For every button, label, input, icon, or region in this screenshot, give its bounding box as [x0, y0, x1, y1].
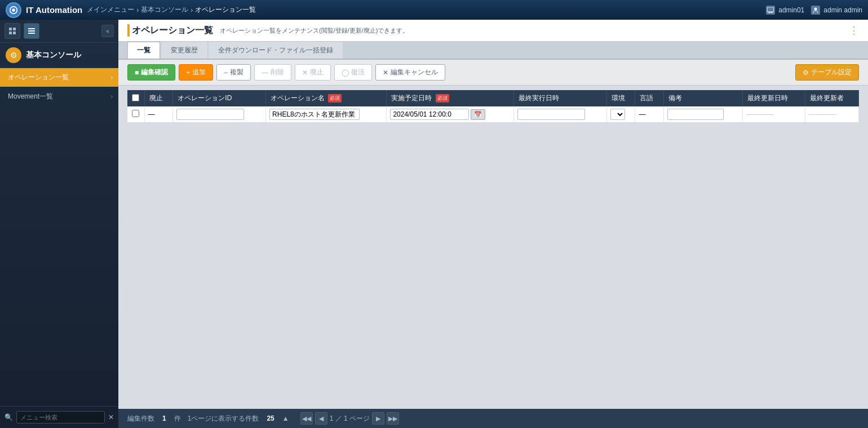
col-last-exec-date: 最終実行日時 [513, 90, 606, 106]
user-display-name: admin admin [823, 6, 862, 14]
select-all-checkbox[interactable] [132, 94, 139, 101]
col-env: 環境 [606, 90, 635, 106]
breadcrumb-menu[interactable]: メインメニュー [87, 5, 134, 15]
sidebar-menu: オペレーション一覧 › Movement一覧 › [0, 68, 118, 406]
table-settings-button[interactable]: ⚙ テーブル設定 [795, 64, 859, 81]
col-note: 備考 [664, 90, 743, 106]
edit-count-value: 1 [162, 414, 166, 422]
page-options-button[interactable]: ⋮ [849, 25, 859, 36]
svg-rect-12 [28, 30, 35, 32]
title-accent-bar [127, 24, 130, 37]
row-operation-name-cell [266, 106, 387, 123]
sidebar: « ⚙ 基本コンソール オペレーション一覧 › Movement一覧 › 🔍 ✕ [0, 20, 118, 428]
grid-view-button[interactable] [5, 23, 20, 39]
user-icon-area[interactable]: admin01 [766, 6, 804, 15]
cancel-button[interactable]: ✕ 編集キャンセル [375, 64, 445, 81]
row-scheduled-date-input[interactable] [390, 109, 469, 120]
gear-icon: ⚙ [6, 47, 21, 63]
row-note-cell [664, 106, 743, 123]
chevron-right-icon: › [111, 74, 113, 81]
toolbar-left: ■ 編集確認 + 追加 ⎓ 複製 — 削除 ✕ 廃止 [127, 64, 445, 81]
app-title: IT Automation [26, 5, 82, 15]
perpage-arrow-up[interactable]: ▲ [282, 414, 289, 422]
row-lang-cell: — [635, 106, 664, 123]
breadcrumb-arrow2: › [191, 6, 193, 14]
row-disable-cell: — [144, 106, 173, 123]
page-title: オペレーション一覧 [132, 25, 213, 37]
calendar-button[interactable]: 📅 [471, 109, 485, 120]
table-row: — 📅 [127, 106, 859, 123]
delete-button[interactable]: — 削除 [254, 64, 291, 81]
required-badge-date: 必須 [436, 94, 449, 102]
lang-dash: — [639, 110, 645, 118]
row-note-input[interactable] [667, 109, 724, 120]
breadcrumb-arrow1: › [136, 6, 139, 14]
sidebar-item-movements[interactable]: Movement一覧 › [0, 87, 118, 106]
page-description: オペレーション一覧をメンテナンス(閲覧/登録/更新/廃止)できます。 [220, 26, 409, 35]
row-operation-name-input[interactable] [269, 109, 360, 120]
col-last-update-user: 最終更新者 [805, 90, 858, 106]
restore-button[interactable]: ◯ 復活 [334, 64, 372, 81]
clear-search-button[interactable]: ✕ [108, 413, 114, 421]
monitor-icon [766, 6, 775, 15]
app-logo [6, 2, 21, 18]
confirm-button[interactable]: ■ 編集確認 [127, 64, 175, 81]
admin-icon-label: admin01 [778, 6, 804, 14]
table-header-row: 廃止 オペレーションID オペレーション名 必須 実施予定日時 必須 [127, 90, 859, 106]
copy-button[interactable]: ⎓ 複製 [216, 64, 251, 81]
main-content: オペレーション一覧 オペレーション一覧をメンテナンス(閲覧/登録/更新/廃止)で… [118, 20, 868, 428]
col-operation-id: オペレーションID [173, 90, 266, 106]
perpage-value: 25 [267, 414, 274, 422]
sidebar-item-operations[interactable]: オペレーション一覧 › [0, 68, 118, 87]
row-checkbox[interactable] [132, 110, 139, 117]
breadcrumb-section[interactable]: 基本コンソール [141, 5, 188, 15]
svg-rect-11 [28, 28, 35, 29]
svg-rect-2 [767, 7, 774, 12]
datetime-field: 📅 [390, 109, 510, 120]
minus-icon: — [262, 69, 268, 77]
page-header: オペレーション一覧 オペレーション一覧をメンテナンス(閲覧/登録/更新/廃止)で… [118, 20, 868, 42]
page-title-bar: オペレーション一覧 [127, 24, 213, 37]
list-view-button[interactable] [24, 23, 39, 39]
sidebar-search-input[interactable] [16, 411, 105, 423]
sidebar-collapse-button[interactable]: « [101, 25, 114, 37]
sidebar-top-bar: « [0, 20, 118, 43]
disable-button[interactable]: ✕ 廃止 [295, 64, 331, 81]
add-button[interactable]: + 追加 [179, 64, 213, 81]
toolbar-right: ⚙ テーブル設定 [795, 64, 859, 81]
svg-rect-9 [9, 32, 12, 34]
first-page-button[interactable]: ◀◀ [300, 412, 313, 425]
last-update-user-dash: ———— [809, 110, 836, 118]
tab-list[interactable]: 一覧 [127, 42, 160, 59]
cancel-x-icon: ✕ [383, 69, 388, 77]
tab-history[interactable]: 変更履歴 [161, 42, 207, 59]
toolbar: ■ 編集確認 + 追加 ⎓ 複製 — 削除 ✕ 廃止 [118, 60, 868, 86]
row-env-select[interactable] [610, 109, 625, 120]
checkmark-icon: ■ [135, 69, 139, 77]
operations-table: 廃止 オペレーションID オペレーション名 必須 実施予定日時 必須 [127, 90, 859, 123]
col-scheduled-date: 実施予定日時 必須 [387, 90, 513, 106]
tab-download[interactable]: 全件ダウンロード・ファイル一括登録 [209, 42, 343, 59]
row-operation-id-input[interactable] [176, 109, 244, 120]
row-scheduled-date-cell: 📅 [387, 106, 513, 123]
edit-count-label: 編集件数 [127, 414, 154, 423]
svg-rect-8 [13, 28, 16, 30]
main-layout: « ⚙ 基本コンソール オペレーション一覧 › Movement一覧 › 🔍 ✕ [0, 20, 868, 428]
tabs-bar: 一覧 変更履歴 全件ダウンロード・ファイル一括登録 [118, 42, 868, 60]
row-last-exec-input[interactable] [517, 109, 585, 120]
sidebar-item-operations-label: オペレーション一覧 [8, 73, 69, 82]
row-checkbox-cell [127, 106, 144, 123]
settings-gear-icon: ⚙ [803, 69, 809, 77]
user-name-area[interactable]: admin admin [811, 6, 862, 15]
last-page-button[interactable]: ▶▶ [387, 412, 399, 425]
col-lang: 言語 [635, 90, 664, 106]
prev-page-button[interactable]: ◀ [315, 412, 327, 425]
search-icon: 🔍 [5, 413, 13, 421]
sidebar-item-movements-label: Movement一覧 [8, 92, 53, 101]
last-update-date-dash: ———— [746, 110, 773, 118]
col-last-update-date: 最終更新日時 [743, 90, 805, 106]
next-page-button[interactable]: ▶ [372, 412, 384, 425]
app-header: IT Automation メインメニュー › 基本コンソール › オペレーショ… [0, 0, 868, 20]
plus-icon: + [186, 69, 190, 77]
header-left: IT Automation メインメニュー › 基本コンソール › オペレーショ… [6, 2, 256, 18]
